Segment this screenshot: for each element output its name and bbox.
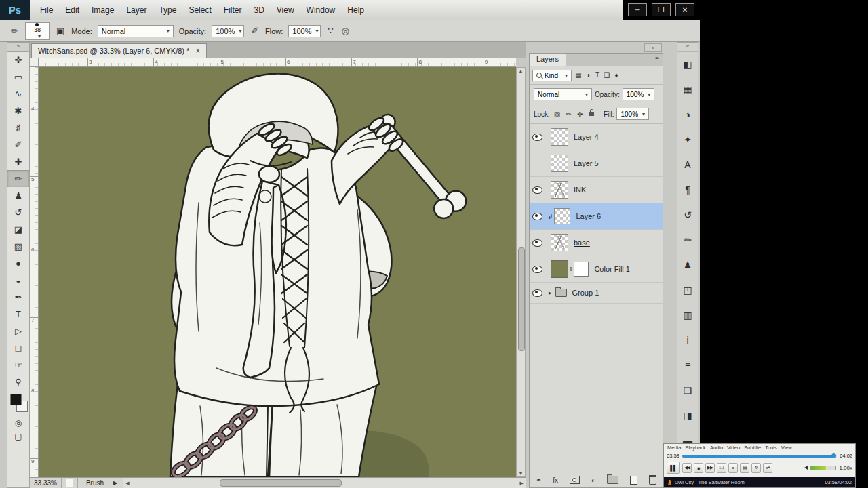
top-ruler[interactable]: 3456789 xyxy=(39,58,516,67)
delete-layer-icon[interactable] xyxy=(649,475,656,485)
toggle-brush-panel-icon[interactable]: ▣ xyxy=(55,26,66,36)
filter-type-layers-icon[interactable]: T xyxy=(593,71,602,79)
layer-fill-select[interactable]: 100% xyxy=(616,108,649,120)
character-panel-icon[interactable]: A xyxy=(677,152,698,177)
scroll-left-arrow[interactable]: ◀ xyxy=(125,481,129,486)
clone-source-panel-icon[interactable]: ♟ xyxy=(677,252,698,277)
tool-lasso[interactable]: ∿ xyxy=(7,85,29,102)
menu-select[interactable]: Select xyxy=(182,0,217,20)
menu-help[interactable]: Help xyxy=(341,0,370,20)
adjustments-panel-icon[interactable]: ◑ xyxy=(677,102,698,127)
layer-row-ink[interactable]: INK xyxy=(530,177,663,203)
toolbox-collapse-icon[interactable]: » xyxy=(7,43,29,52)
filter-pixel-layers-icon[interactable]: ▦ xyxy=(574,71,583,79)
layer-row-color-fill-1[interactable]: ∞Color Fill 1 xyxy=(530,256,663,283)
fill-layer-thumbnail[interactable] xyxy=(551,260,568,278)
swatches-panel-icon[interactable]: ▦ xyxy=(677,77,698,102)
tool-path-selection[interactable]: ▷ xyxy=(7,323,29,340)
volume-icon[interactable] xyxy=(804,466,808,470)
menu-window[interactable]: Window xyxy=(300,0,342,20)
tab-close-icon[interactable]: × xyxy=(195,46,200,56)
document-tab[interactable]: WitchSans.psd @ 33.3% (Layer 6, CMYK/8) … xyxy=(31,43,207,58)
channels-panel-icon[interactable]: ◨ xyxy=(677,403,698,428)
layer-thumbnail[interactable] xyxy=(551,234,568,251)
tool-eyedropper[interactable]: ✐ xyxy=(7,136,29,153)
tool-clone-stamp[interactable]: ♟ xyxy=(7,187,29,204)
horizontal-scrollbar[interactable]: ◀ ▶ xyxy=(123,478,526,488)
layer-row-layer-5[interactable]: Layer 5 xyxy=(530,150,663,177)
tool-magic-wand[interactable]: ✱ xyxy=(7,102,29,119)
layer-name[interactable]: Layer 5 xyxy=(574,159,599,167)
scroll-right-arrow[interactable]: ▶ xyxy=(520,481,524,486)
collapse-panels-button[interactable]: » xyxy=(644,43,662,52)
canvas[interactable] xyxy=(39,67,516,477)
player-menu-subtitle[interactable]: Subtitle xyxy=(743,445,762,452)
loop-button[interactable]: ↻ xyxy=(751,463,761,473)
menu-filter[interactable]: Filter xyxy=(218,0,248,20)
layer-name[interactable]: Group 1 xyxy=(572,289,599,297)
layer-row-group-1[interactable]: ▸Group 1 xyxy=(530,283,663,304)
stop-button[interactable]: ■ xyxy=(694,463,703,473)
brush-presets-panel-icon[interactable]: ✏ xyxy=(677,227,698,252)
menu-edit[interactable]: Edit xyxy=(59,0,85,20)
visibility-toggle[interactable] xyxy=(530,203,545,229)
playlist-button[interactable]: ▤ xyxy=(740,463,749,473)
group-expander-icon[interactable]: ▸ xyxy=(549,289,552,296)
menu-3d[interactable]: 3D xyxy=(248,0,270,20)
player-menu-audio[interactable]: Audio xyxy=(709,445,724,452)
player-menu-playback[interactable]: Playback xyxy=(684,445,707,452)
tool-gradient[interactable]: ▧ xyxy=(7,238,29,255)
layer-opacity-select[interactable]: 100% xyxy=(623,88,655,100)
left-ruler[interactable]: 456789 xyxy=(30,67,39,477)
menu-view[interactable]: View xyxy=(271,0,300,20)
close-button[interactable]: ✕ xyxy=(675,3,694,16)
tool-eraser[interactable]: ◪ xyxy=(7,221,29,238)
tool-dodge[interactable]: ◒ xyxy=(7,272,29,289)
filter-shape-layers-icon[interactable]: ❑ xyxy=(602,71,612,79)
pressure-opacity-icon[interactable]: ✐ xyxy=(250,26,260,36)
lock-position-icon[interactable]: ✜ xyxy=(576,110,585,118)
shuffle-button[interactable]: ⇄ xyxy=(763,463,772,473)
maximize-button[interactable]: ❐ xyxy=(652,3,671,16)
tool-crop[interactable]: ♯ xyxy=(7,119,29,136)
fullscreen-button[interactable]: ❒ xyxy=(717,463,726,473)
menu-type[interactable]: Type xyxy=(153,0,182,20)
layer-name[interactable]: Layer 6 xyxy=(576,212,601,220)
navigator-panel-icon[interactable]: ◰ xyxy=(677,277,698,302)
filter-smart-objects-icon[interactable]: ⬧ xyxy=(612,71,621,79)
tool-shape[interactable]: ◻ xyxy=(7,340,29,357)
tool-type[interactable]: T xyxy=(7,306,29,323)
menu-layer[interactable]: Layer xyxy=(120,0,153,20)
zoom-level[interactable]: 33.33% xyxy=(30,478,62,488)
scroll-up-arrow[interactable]: ▲ xyxy=(517,68,525,73)
layer-name[interactable]: base xyxy=(574,239,590,247)
layer-thumbnail[interactable] xyxy=(554,208,570,224)
layer-row-layer-4[interactable]: Layer 4 xyxy=(530,124,663,150)
vertical-scrollbar[interactable]: ▲ ▼ xyxy=(516,67,526,477)
lock-pixels-icon[interactable]: ✏ xyxy=(564,110,573,118)
new-group-icon[interactable] xyxy=(607,476,618,484)
panel-menu-icon[interactable]: ≡ xyxy=(652,54,663,66)
previous-button[interactable]: ◀◀ xyxy=(682,463,692,473)
pause-button[interactable]: ▌▌ xyxy=(667,462,680,474)
tool-spot-healing[interactable]: ✚ xyxy=(7,153,29,170)
brush-tool-preset-icon[interactable]: ✏ xyxy=(9,26,20,36)
layer-thumbnail[interactable] xyxy=(551,155,568,172)
tool-brush[interactable]: ✏ xyxy=(7,170,29,187)
airbrush-icon[interactable]: ∵ xyxy=(326,26,334,36)
styles-panel-icon[interactable]: ✦ xyxy=(677,127,698,152)
layer-thumbnail[interactable] xyxy=(551,181,568,199)
layer-blend-mode-select[interactable]: Normal xyxy=(534,88,592,100)
player-menu-view[interactable]: View xyxy=(780,445,793,452)
extended-settings-button[interactable]: ≡ xyxy=(728,463,738,473)
visibility-toggle[interactable] xyxy=(530,283,545,303)
filter-adjustment-layers-icon[interactable]: ◑ xyxy=(583,71,593,79)
vertical-scroll-thumb[interactable] xyxy=(518,247,525,351)
minimize-button[interactable]: ─ xyxy=(628,3,647,16)
layer-thumbnail[interactable] xyxy=(551,128,568,146)
tool-blur[interactable]: ● xyxy=(7,255,29,272)
lock-transparency-icon[interactable]: ▨ xyxy=(553,110,561,118)
layer-comps-panel-icon[interactable]: ❏ xyxy=(677,378,698,403)
layer-mask-thumbnail[interactable] xyxy=(574,262,589,277)
player-menu-video[interactable]: Video xyxy=(726,445,741,452)
